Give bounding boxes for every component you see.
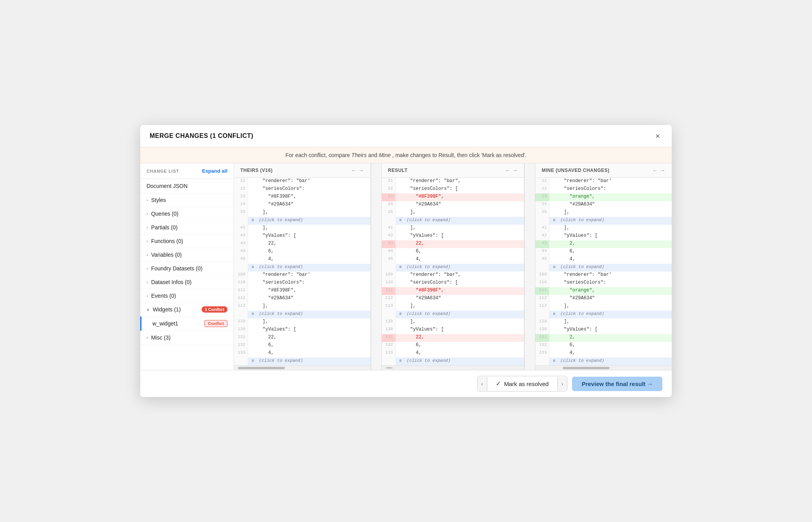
code-line: 45 4, — [382, 256, 524, 264]
sidebar-item-widgets[interactable]: ∨ Widgets (1) 1 Conflict — [140, 303, 234, 316]
code-line[interactable]: ⇅ (click to expand) — [535, 358, 672, 365]
line-content: "renderer": "bar' — [248, 272, 370, 279]
line-number: 43 — [234, 240, 248, 248]
result-nav-arrows[interactable]: ← → — [505, 167, 518, 173]
next-conflict-button[interactable]: › — [557, 377, 567, 391]
sidebar-item-label: Events (0) — [151, 293, 227, 299]
line-number: 41 — [234, 225, 248, 232]
code-line[interactable]: ⇅ (click to expand) — [535, 311, 672, 318]
line-content: "#29A634" — [549, 201, 672, 209]
code-line[interactable]: ⇅ (click to expand) — [382, 311, 524, 318]
line-content: 4, — [549, 350, 672, 358]
preview-button[interactable]: Preview the final result → — [572, 377, 662, 391]
code-line[interactable]: ⇅ (click to expand) — [234, 311, 370, 318]
theirs-code-block: 21 "renderer": "bar'22 "seriesColors":23… — [234, 178, 370, 365]
sidebar-item-label: Styles — [151, 197, 227, 203]
conflict-badge: 1 Conflict — [202, 306, 227, 313]
chevron-right-icon: › — [147, 335, 148, 340]
line-content: 22, — [396, 334, 524, 342]
line-content: "seriesColors": — [248, 279, 370, 287]
sidebar-item-styles[interactable]: › Styles — [140, 193, 234, 207]
line-content: ⇅ (click to expand) — [549, 358, 672, 365]
sidebar-item-foundry-datasets[interactable]: › Foundry Datasets (0) — [140, 262, 234, 275]
mine-panel: MINE (UNSAVED CHANGES) ← → 21 "renderer"… — [535, 163, 672, 370]
line-content: 4, — [248, 350, 370, 358]
line-content: ⇅ (click to expand) — [248, 264, 370, 272]
line-number: 130 — [382, 326, 396, 334]
mine-scroll-bar[interactable] — [535, 365, 672, 370]
line-content: 4, — [396, 256, 524, 264]
line-number: 22 — [535, 186, 549, 193]
sidebar-item-label: Dataset Infos (0) — [151, 279, 227, 285]
mark-resolved-button[interactable]: ✓ Mark as resolved — [487, 376, 557, 391]
sidebar-sub-item-w-widget1[interactable]: w_widget1 Conflict — [140, 316, 234, 331]
code-line: 112 "#29A634" — [382, 295, 524, 303]
line-content: "seriesColors": — [549, 279, 672, 287]
code-line: 21 "renderer": "bar", — [382, 178, 524, 186]
expand-all-button[interactable]: Expand all — [202, 168, 227, 174]
sidebar-item-queries[interactable]: › Queries (0) — [140, 207, 234, 221]
code-line: 112 "#29A634" — [234, 295, 370, 303]
line-content: ⇅ (click to expand) — [549, 264, 672, 272]
theirs-panel: THEIRS (V16) ← → 21 "renderer": "bar'22 … — [234, 163, 371, 370]
line-number: 111 — [382, 287, 396, 295]
code-line[interactable]: ⇅ (click to expand) — [234, 264, 370, 272]
line-content: ⇅ (click to expand) — [549, 311, 672, 318]
sidebar-item-functions[interactable]: › Functions (0) — [140, 234, 234, 248]
result-panel-content[interactable]: 21 "renderer": "bar",22 "seriesColors": … — [382, 178, 524, 365]
code-line[interactable]: ⇅ (click to expand) — [382, 264, 524, 272]
code-line[interactable]: ⇅ (click to expand) — [382, 217, 524, 225]
sidebar-item-events[interactable]: › Events (0) — [140, 289, 234, 303]
mine-nav-arrows[interactable]: ← → — [653, 167, 665, 173]
theirs-scroll-bar[interactable] — [234, 365, 370, 370]
code-line: 42 "yValues": [ — [382, 232, 524, 240]
code-line[interactable]: ⇅ (click to expand) — [535, 217, 672, 225]
sidebar-item-variables[interactable]: › Variables (0) — [140, 248, 234, 262]
mine-scroll-thumb — [563, 367, 610, 369]
code-line: 44 6, — [234, 248, 370, 256]
diff-area: THEIRS (V16) ← → 21 "renderer": "bar'22 … — [234, 163, 672, 370]
line-content: 6, — [248, 342, 370, 350]
theirs-nav-arrows[interactable]: ← → — [351, 167, 364, 173]
code-line[interactable]: ⇅ (click to expand) — [382, 358, 524, 365]
close-button[interactable]: × — [653, 131, 662, 141]
sidebar-item-misc[interactable]: › Misc (3) — [140, 331, 234, 345]
line-number: 25 — [382, 209, 396, 217]
mine-panel-content[interactable]: 21 "renderer": "bar'22 "seriesColors":23… — [535, 178, 672, 365]
info-theirs: Theirs — [351, 152, 367, 158]
line-number: 44 — [535, 248, 549, 256]
code-line[interactable]: ⇅ (click to expand) — [234, 217, 370, 225]
line-number — [535, 358, 549, 365]
chevron-right-icon: › — [147, 225, 148, 230]
code-line: 109 "renderer": "bar' — [234, 272, 370, 279]
conflict-outline-badge: Conflict — [204, 320, 227, 327]
code-line: 41 ], — [234, 225, 370, 232]
line-number: 109 — [382, 272, 396, 279]
line-number: 22 — [234, 186, 248, 193]
result-scroll-bar[interactable]: ⇒⇐ — [382, 365, 524, 370]
line-number: 44 — [382, 248, 396, 256]
code-line[interactable]: ⇅ (click to expand) — [234, 358, 370, 365]
code-line: 44 6, — [382, 248, 524, 256]
result-panel-title: RESULT — [388, 168, 408, 173]
line-content: "yValues": [ — [549, 326, 672, 334]
code-line[interactable]: ⇅ (click to expand) — [535, 264, 672, 272]
code-line: 111 "#8F398F", — [234, 287, 370, 295]
line-number — [382, 217, 396, 225]
prev-conflict-button[interactable]: ‹ — [478, 377, 487, 391]
sidebar-item-partials[interactable]: › Partials (0) — [140, 221, 234, 234]
sidebar-item-dataset-infos[interactable]: › Dataset Infos (0) — [140, 275, 234, 289]
line-number — [382, 358, 396, 365]
line-number: 133 — [234, 350, 248, 358]
code-line: 21 "renderer": "bar' — [234, 178, 370, 186]
line-content: ], — [248, 303, 370, 311]
sidebar-root-item[interactable]: Document JSON — [140, 179, 234, 193]
line-content: "renderer": "bar' — [549, 178, 672, 186]
theirs-panel-content[interactable]: 21 "renderer": "bar'22 "seriesColors":23… — [234, 178, 370, 365]
result-panel: RESULT ← → 21 "renderer": "bar",22 "seri… — [382, 163, 525, 370]
chevron-right-icon: › — [147, 293, 148, 298]
line-number: 112 — [234, 295, 248, 303]
line-number — [234, 217, 248, 225]
line-number: 41 — [382, 225, 396, 232]
code-line: 113 ], — [382, 303, 524, 311]
